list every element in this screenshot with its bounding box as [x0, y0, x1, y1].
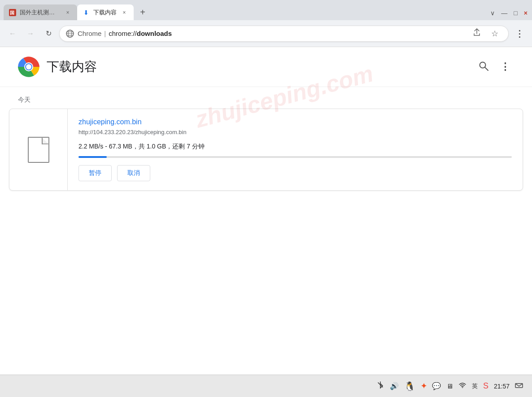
download-filename[interactable]: zhujiceping.com.bin: [78, 118, 512, 126]
address-separator: |: [104, 30, 106, 37]
search-icon: [478, 61, 489, 74]
window-minimize[interactable]: —: [501, 9, 507, 17]
pause-button[interactable]: 暂停: [78, 165, 112, 181]
download-info: zhujiceping.com.bin http://104.233.220.2…: [68, 109, 523, 190]
page-content: zhujiceping.com 下载内容: [0, 47, 532, 375]
forward-button[interactable]: →: [23, 26, 38, 41]
taskbar-lang[interactable]: 英: [472, 382, 478, 390]
tab-active[interactable]: ⬇ 下载内容 ×: [77, 4, 134, 20]
svg-line-12: [485, 67, 488, 70]
taskbar-sougou-icon[interactable]: S: [483, 381, 488, 391]
address-bar[interactable]: Chrome | chrome://downloads ☆: [59, 26, 509, 42]
inactive-tab-title: 国外主机测评 - E: [20, 9, 60, 17]
taskbar-time: 21:57: [494, 383, 510, 390]
page-title: 下载内容: [47, 58, 467, 75]
address-url: chrome://downloads: [109, 30, 172, 37]
menu-icon: ⋮: [515, 28, 524, 39]
download-card: zhujiceping.com.bin http://104.233.220.2…: [9, 109, 523, 191]
cancel-button[interactable]: 取消: [117, 165, 150, 181]
page-header: 下载内容 ⋮: [0, 47, 532, 87]
forward-icon: →: [27, 30, 34, 38]
reload-button[interactable]: ↻: [41, 26, 56, 41]
taskbar-bluetooth-icon[interactable]: [376, 381, 384, 391]
active-tab-title: 下载内容: [93, 9, 117, 17]
taskbar-notification-icon[interactable]: [515, 381, 523, 391]
toolbar: ← → ↻ Chrome | chrome://downloads: [0, 20, 532, 47]
svg-text:国: 国: [10, 10, 14, 15]
toolbar-right: ⋮: [512, 26, 527, 41]
window-controls: ∨ — □ ×: [490, 9, 528, 17]
back-button[interactable]: ←: [5, 26, 20, 41]
download-status: 2.2 MB/s - 67.3 MB，共 1.0 GB，还剩 7 分钟: [78, 143, 512, 151]
address-site-name: Chrome: [78, 30, 101, 37]
inactive-tab-close[interactable]: ×: [64, 9, 72, 17]
site-security-icon: [66, 30, 74, 38]
download-actions: 暂停 取消: [78, 165, 512, 181]
taskbar-figma-icon[interactable]: ✦: [421, 382, 427, 390]
active-tab-favicon: ⬇: [83, 9, 90, 16]
section-today: 今天: [0, 87, 532, 109]
taskbar-volume-icon[interactable]: 🔊: [390, 382, 399, 390]
window-chevron[interactable]: ∨: [490, 9, 495, 17]
page-menu-icon: ⋮: [500, 61, 510, 73]
search-button[interactable]: [475, 58, 493, 76]
svg-point-10: [26, 64, 31, 70]
progress-bar-container: [78, 156, 512, 158]
new-tab-button[interactable]: +: [135, 5, 150, 19]
tab-inactive[interactable]: 国 国外主机测评 - E ×: [4, 4, 77, 20]
back-icon: ←: [9, 30, 16, 38]
taskbar-wechat-icon[interactable]: 💬: [432, 382, 441, 390]
download-url: http://104.233.220.23/zhujiceping.com.bi…: [78, 129, 512, 135]
taskbar: 🔊 🐧 ✦ 💬 🖥 英 S 21:57: [0, 375, 532, 397]
progress-bar-fill: [78, 156, 107, 158]
page-actions: ⋮: [475, 58, 514, 76]
window-maximize[interactable]: □: [514, 9, 517, 17]
file-icon: [28, 137, 49, 163]
download-icon-area: [9, 109, 68, 190]
taskbar-display-icon[interactable]: 🖥: [446, 382, 453, 390]
share-icon: [473, 28, 481, 39]
active-tab-close[interactable]: ×: [120, 9, 128, 17]
title-bar: 国 国外主机测评 - E × ⬇ 下载内容 × + ∨ — □ ×: [0, 0, 532, 20]
window-close[interactable]: ×: [524, 9, 528, 17]
reload-icon: ↻: [46, 29, 52, 38]
share-button[interactable]: [470, 26, 484, 41]
chrome-logo: [18, 56, 39, 78]
page-menu-button[interactable]: ⋮: [496, 58, 514, 76]
inactive-tab-favicon: 国: [9, 9, 16, 16]
menu-button[interactable]: ⋮: [512, 26, 527, 41]
bookmark-button[interactable]: ☆: [488, 26, 502, 41]
bookmark-icon: ☆: [491, 29, 498, 39]
taskbar-wifi-icon[interactable]: [458, 381, 467, 391]
svg-point-13: [462, 387, 463, 388]
taskbar-qq-icon[interactable]: 🐧: [404, 381, 415, 392]
address-text: Chrome | chrome://downloads: [78, 30, 466, 37]
